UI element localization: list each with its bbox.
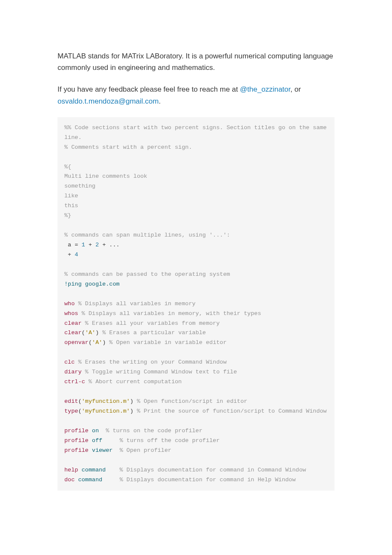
code-block: %% Code sections start with two percent … (58, 117, 334, 491)
code-keyword: profile (64, 428, 89, 434)
code-keyword: doc (64, 477, 75, 483)
code-comment: % Erases a particular variable (99, 330, 206, 336)
intro-text-pre: If you have any feedback please feel fre… (58, 85, 240, 93)
code-shell-cmd: !ping google.com (64, 281, 120, 287)
code-identifier: viewer (89, 447, 113, 454)
code-text: ( (82, 330, 85, 336)
code-identifier: off (89, 437, 102, 444)
code-text: ( (89, 339, 92, 346)
code-comment: % commands can be passed to the operatin… (64, 271, 230, 278)
code-comment: %{ (64, 164, 71, 170)
code-keyword: help (64, 467, 78, 473)
code-comment: % Erases the writing on your Command Win… (75, 359, 226, 365)
code-comment: % commands can span multiple lines, usin… (64, 232, 230, 238)
intro-text-post: . (159, 97, 161, 105)
code-keyword: type (64, 408, 78, 414)
code-comment: % Erases all your variables from memory (82, 320, 220, 327)
code-keyword: openvar (64, 339, 89, 346)
code-comment: something (64, 183, 95, 189)
code-comment: % turns off the code profiler (102, 437, 219, 444)
code-text: ( (78, 398, 81, 405)
code-text: ( (78, 408, 81, 414)
code-string: 'A' (92, 339, 102, 346)
code-comment: % Open function/script in editor (133, 398, 247, 405)
code-comment: like (64, 193, 78, 199)
code-comment: % Open profiler (112, 447, 171, 454)
code-string: 'myfunction.m' (82, 398, 130, 405)
code-keyword: ctrl-c (64, 379, 85, 385)
intro-paragraph-2: If you have any feedback please feel fre… (58, 84, 334, 107)
code-comment: %} (64, 212, 71, 219)
code-identifier: command (78, 467, 106, 473)
code-number: 2 (95, 242, 99, 248)
code-keyword: profile (64, 447, 89, 454)
code-comment: Multi line comments look (64, 173, 147, 179)
code-keyword: profile (64, 437, 89, 444)
code-text: a = (64, 242, 82, 248)
code-comment: % Comments start with a percent sign. (64, 144, 192, 150)
code-comment: % Displays documentation for command in … (102, 477, 296, 483)
twitter-link[interactable]: @the_ozzinator (240, 85, 290, 93)
intro-paragraph-1: MATLAB stands for MATrix LABoratory. It … (58, 50, 334, 73)
code-string: 'A' (85, 330, 95, 336)
code-comment: % Displays all variables in memory, with… (78, 310, 261, 317)
code-text: + ... (99, 242, 120, 248)
code-text: ) (130, 408, 133, 414)
code-keyword: whos (64, 310, 78, 317)
code-keyword: diary (64, 369, 82, 375)
code-keyword: clear (64, 320, 82, 327)
code-comment: % Displays all variables in memory (75, 301, 196, 307)
code-number: 4 (75, 251, 78, 258)
code-comment: % Open variable in variable editor (106, 339, 227, 346)
code-comment: %% Code sections start with two percent … (64, 124, 330, 141)
code-comment: this (64, 202, 78, 209)
code-keyword: clc (64, 359, 75, 365)
code-text: ) (130, 398, 133, 405)
code-identifier: on (89, 428, 99, 434)
code-number: 1 (82, 242, 85, 248)
code-text: + (85, 242, 95, 248)
code-keyword: who (64, 301, 75, 307)
code-comment: % Abort current computation (85, 379, 182, 385)
code-comment: % turns on the code profiler (99, 428, 202, 434)
code-comment: % Toggle writing Command Window text to … (82, 369, 237, 375)
code-keyword: edit (64, 398, 78, 405)
code-comment: % Displays documentation for command in … (106, 467, 306, 473)
code-comment: % Print the source of function/script to… (133, 408, 327, 414)
code-text: + (64, 251, 75, 258)
code-keyword: clear (64, 330, 82, 336)
email-link[interactable]: osvaldo.t.mendoza@gmail.com (58, 97, 159, 105)
intro-text-mid: , or (291, 85, 301, 93)
code-string: 'myfunction.m' (82, 408, 130, 414)
code-text: ) (95, 330, 99, 336)
code-identifier: command (75, 477, 102, 483)
